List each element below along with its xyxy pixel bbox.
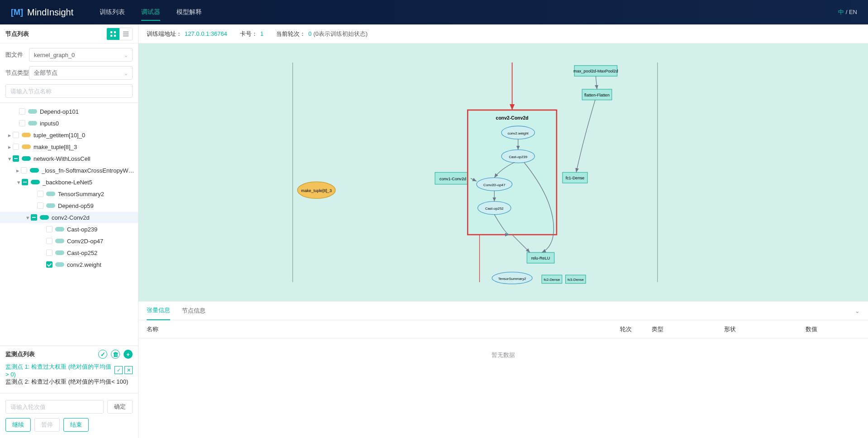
chevron-down-icon[interactable]: ▾ [6,155,13,162]
lang-switch[interactable]: 中 / EN [838,8,857,16]
round-value: 0 [308,30,311,37]
node-search-input[interactable] [5,84,133,98]
svg-text:Cast-op252: Cast-op252 [485,207,504,211]
node-icon [31,180,40,184]
svg-text:fc3-Dense: fc3-Dense [568,278,584,282]
graph-file-select[interactable]: kernel_graph_0 ⌄ [29,48,133,62]
watchpoint-check-button[interactable]: ✓ [114,366,123,374]
tree-node[interactable]: Cast-op252 [0,247,138,259]
checkbox[interactable] [13,155,19,162]
watchpoint-title: 监测点列表 [5,350,35,358]
node-icon [22,144,31,149]
watchpoint-item[interactable]: 监测点 2: 检查过小权重 (绝对值的平均值< 100) [5,376,133,388]
node-icon [22,156,31,161]
tree-node[interactable]: ▾_backbone-LeNet5 [0,176,138,188]
checkbox[interactable] [46,226,52,232]
node-icon [22,133,31,137]
pause-button[interactable]: 暂停 [34,418,60,432]
chevron-right-icon[interactable]: ▸ [15,167,21,174]
app-header: [M]s MindInsight 训练列表 调试器 模型解释 中 / EN [0,0,868,24]
continue-button[interactable]: 继续 [5,418,31,432]
svg-text:Conv2D-op47: Conv2D-op47 [483,183,506,187]
content: 训练端地址： 127.0.0.1:36764 卡号： 1 当前轮次： 0 (0表… [138,24,868,438]
logo-icon: [M]s [11,6,24,19]
watchpoint-close-button[interactable]: ✕ [124,366,133,374]
svg-rect-5 [114,34,116,36]
node-type-label: 节点类型 [5,69,29,77]
node-type-select[interactable]: 全部节点 ⌄ [29,66,133,80]
checkbox[interactable] [13,144,19,150]
node-icon [30,168,39,173]
checkbox[interactable] [13,132,19,138]
sidebar: 节点列表 图文件 kernel_graph_0 ⌄ 节点类型 [0,24,138,438]
nav-train-list[interactable]: 训练列表 [91,0,133,24]
info-bar: 训练端地址： 127.0.0.1:36764 卡号： 1 当前轮次： 0 (0表… [138,24,868,43]
card-label: 卡号： [240,30,258,38]
checkbox[interactable] [19,108,25,115]
view-grid-button[interactable] [107,28,119,40]
tensor-table: 名称 轮次 类型 形状 数值 暂无数据 [138,320,868,438]
svg-rect-2 [110,31,112,33]
svg-text:Cast-op239: Cast-op239 [509,155,527,159]
tab-node-info[interactable]: 节点信息 [182,301,205,320]
tree-node[interactable]: Depend-op59 [0,200,138,212]
confirm-button[interactable]: 确定 [107,400,133,414]
chevron-down-icon[interactable]: ▾ [24,214,31,221]
chevron-down-icon: ⌄ [124,52,129,58]
tree-node[interactable]: Depend-op101 [0,106,138,117]
tree-node[interactable]: ▾network-WithLossCell [0,153,138,164]
svg-text:conv2.weight: conv2.weight [508,131,529,135]
tree-node[interactable]: conv2.weight [0,259,138,270]
graph-file-label: 图文件 [5,51,29,59]
chevron-right-icon[interactable]: ▸ [6,132,13,139]
view-toggle [106,28,133,40]
watchpoint-item[interactable]: 监测点 1: 检查过大权重 (绝对值的平均值> 0) ✓✕ [5,364,133,376]
node-icon [55,250,64,255]
checkbox[interactable] [21,167,27,173]
watchpoint-confirm-button[interactable]: ✓ [98,350,107,359]
checkbox[interactable] [37,202,43,209]
card-value: 1 [260,30,263,37]
node-icon [46,203,55,208]
tree-node[interactable]: ▸make_tuple[8]_3 [0,141,138,153]
checkbox[interactable] [22,179,28,185]
checkbox[interactable] [31,214,37,221]
watchpoint-delete-button[interactable]: 🗑 [111,350,120,359]
chevron-down-icon[interactable]: ▾ [15,179,22,186]
tree-node[interactable]: TensorSummary2 [0,188,138,200]
node-icon [55,227,64,231]
nav-model-explain[interactable]: 模型解释 [168,0,210,24]
checkbox[interactable] [46,238,52,244]
lang-zh[interactable]: 中 [838,9,844,15]
chevron-down-icon[interactable]: ⌄ [855,308,860,314]
tree-node[interactable]: inputs0 [0,117,138,129]
tree-node[interactable]: Cast-op239 [0,223,138,235]
view-list-button[interactable] [119,28,132,40]
step-input[interactable] [5,400,104,414]
checkbox[interactable] [37,191,43,197]
svg-text:s: s [21,7,23,11]
addr-value: 127.0.0.1:36764 [185,30,227,37]
nav-debugger[interactable]: 调试器 [133,0,168,24]
node-icon [55,262,64,267]
end-button[interactable]: 结束 [63,418,89,432]
checkbox[interactable] [46,261,52,268]
watchpoint-add-button[interactable]: + [124,350,133,359]
graph-canvas[interactable]: make_tuple[8]_3 conv1-Conv2d max_pool2d-… [138,43,868,301]
tree-node[interactable]: ▸tuple_getitem[10]_0 [0,129,138,141]
tab-tensor-info[interactable]: 张量信息 [147,301,170,320]
tree-node-selected[interactable]: ▾conv2-Conv2d [0,212,138,223]
node-tree[interactable]: Depend-op101 inputs0 ▸tuple_getitem[10]_… [0,103,138,346]
checkbox[interactable] [46,250,52,256]
tree-node[interactable]: Conv2D-op47 [0,235,138,247]
lang-en[interactable]: EN [849,9,857,15]
tree-node[interactable]: ▸_loss_fn-SoftmaxCrossEntropyWithLogits [0,164,138,176]
info-tabs: 张量信息 节点信息 ⌄ [138,301,868,320]
svg-rect-6 [123,31,129,32]
checkbox[interactable] [19,120,25,126]
table-empty: 暂无数据 [138,338,868,438]
svg-text:TensorSummary2: TensorSummary2 [498,277,526,281]
app-name: MindInsight [27,7,73,18]
chevron-right-icon[interactable]: ▸ [6,144,13,150]
th-type: 类型 [652,325,724,333]
